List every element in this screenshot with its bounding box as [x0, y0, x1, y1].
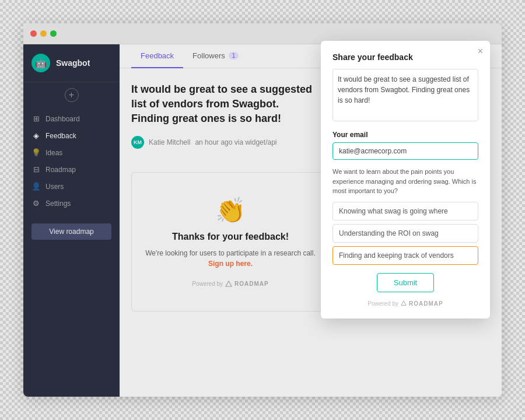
modal-question-text: We want to learn about the pain points y… [332, 167, 478, 196]
email-label: Your email [332, 131, 478, 139]
browser-window: 🤖 Swagbot + ⊞ Dashboard ◈ Feedback 💡 Ide… [23, 23, 502, 397]
svg-marker-1 [401, 301, 406, 306]
submit-button[interactable]: Submit [377, 273, 434, 292]
modal-roadmap-label: ROADMAP [409, 300, 443, 307]
feedback-modal: Share your feedback × Your email We want… [321, 41, 490, 318]
option-swag-going-where[interactable]: Knowing what swag is going where [332, 202, 478, 220]
feedback-textarea[interactable] [332, 69, 478, 121]
option-roi-on-swag[interactable]: Understanding the ROI on swag [332, 224, 478, 243]
modal-powered-by: Powered by ROADMAP [332, 300, 478, 307]
option-label-3: Finding and keeping track of vendors [339, 251, 454, 260]
email-input[interactable] [332, 142, 478, 160]
modal-overlay: Share your feedback × Your email We want… [23, 23, 502, 397]
option-label-2: Understanding the ROI on swag [339, 229, 439, 237]
modal-title: Share your feedback [332, 52, 478, 62]
option-finding-vendors[interactable]: Finding and keeping track of vendors [332, 246, 478, 265]
modal-powered-by-text: Powered by [368, 300, 398, 307]
option-label-1: Knowing what swag is going where [339, 207, 448, 215]
modal-close-button[interactable]: × [478, 47, 483, 56]
modal-roadmap-icon [401, 300, 407, 306]
